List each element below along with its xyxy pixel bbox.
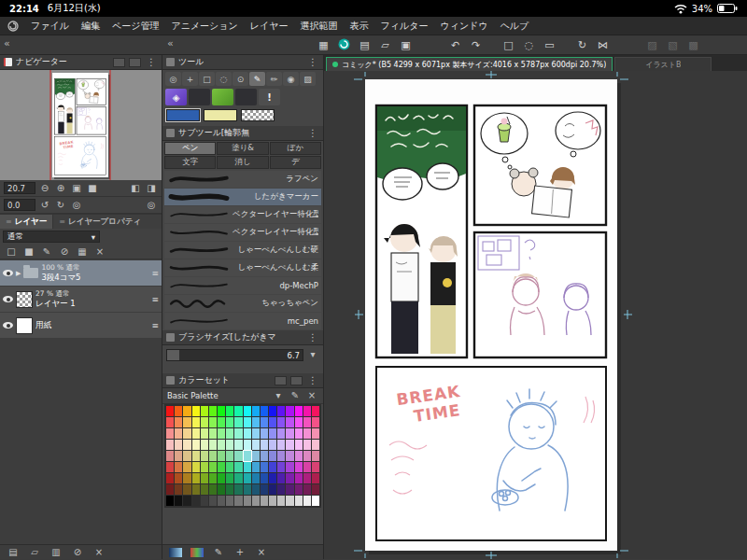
layer-menu-icon[interactable]: ≡ (151, 321, 159, 330)
palette-color-cell[interactable] (312, 451, 319, 461)
layer-visibility-icon[interactable] (3, 270, 13, 276)
navigator-tab-2-icon[interactable] (113, 58, 125, 67)
layer-visibility-icon[interactable] (3, 296, 13, 302)
palette-color-cell[interactable] (252, 451, 260, 461)
brush-item[interactable]: dp-MechP (164, 277, 321, 294)
palette-edit-icon[interactable]: ✎ (289, 391, 302, 400)
selection-tool-icon[interactable]: □ (199, 72, 215, 86)
palette-color-cell[interactable] (183, 473, 190, 483)
palette-color-cell[interactable] (183, 496, 190, 506)
palette-color-cell[interactable] (226, 496, 233, 506)
hue-swatch-icon[interactable] (190, 548, 204, 557)
palette-color-cell[interactable] (286, 440, 293, 450)
layer-mask-create-icon[interactable]: ⊘ (71, 548, 84, 557)
palette-color-cell[interactable] (201, 462, 208, 472)
document-tab-comic[interactable]: コミック* (B5 4299 x 6071px 製本サイズ:4016 x 578… (326, 57, 613, 71)
palette-color-cell[interactable] (192, 473, 200, 483)
palette-color-cell[interactable] (244, 473, 251, 483)
palette-color-cell[interactable] (312, 462, 319, 472)
palette-color-cell[interactable] (166, 406, 174, 416)
add-color-icon[interactable]: + (233, 548, 247, 557)
palette-color-cell[interactable] (183, 484, 190, 495)
palette-color-cell[interactable] (201, 428, 208, 439)
new-layer-icon[interactable]: ▤ (7, 548, 20, 557)
main-color-swatch[interactable] (166, 109, 200, 121)
palette-delete-icon[interactable]: × (305, 391, 318, 400)
palette-color-cell[interactable] (226, 406, 233, 416)
palette-color-cell[interactable] (277, 406, 285, 416)
palette-color-cell[interactable] (303, 451, 311, 461)
palette-color-cell[interactable] (166, 428, 174, 439)
palette-color-cell[interactable] (244, 406, 251, 416)
workspace-grid-icon[interactable]: ▦ (316, 40, 331, 50)
rotate-ccw-icon[interactable]: ↺ (38, 201, 51, 210)
menu-view[interactable]: 表示 (350, 20, 369, 33)
palette-color-cell[interactable] (218, 484, 225, 495)
palette-color-cell[interactable] (286, 462, 293, 472)
crop-icon[interactable]: ▭ (542, 40, 557, 50)
airbrush-tool-icon[interactable]: ▨ (300, 72, 316, 86)
palette-color-cell[interactable] (192, 417, 200, 427)
layer-row[interactable]: 27 % 通常 レイヤー 1 ≡ (0, 287, 162, 312)
menu-animation[interactable]: アニメーション (171, 20, 237, 33)
palette-color-cell[interactable] (192, 484, 200, 495)
palette-color-cell[interactable] (201, 484, 208, 495)
move-tool-icon[interactable]: + (182, 72, 198, 86)
palette-color-cell[interactable] (226, 451, 233, 461)
palette-color-cell[interactable] (234, 496, 242, 506)
palette-color-cell[interactable] (312, 484, 319, 495)
gradient-swatch-icon[interactable] (169, 548, 182, 557)
palette-color-cell[interactable] (209, 417, 217, 427)
brush-size-slider[interactable]: 6.7 (166, 349, 303, 361)
palette-color-cell[interactable] (166, 451, 174, 461)
delete-color-icon[interactable]: × (255, 548, 268, 557)
palette-color-cell[interactable] (175, 451, 182, 461)
ruler-snap-icon[interactable]: ▧ (665, 40, 681, 50)
palette-color-cell[interactable] (183, 406, 190, 416)
brush-item[interactable]: ベクターレイヤー特化型アナログ… (164, 206, 321, 223)
palette-color-cell[interactable] (252, 417, 260, 427)
special-snap-icon[interactable]: ▩ (685, 40, 701, 50)
palette-color-cell[interactable] (277, 496, 285, 506)
palette-color-cell[interactable] (303, 406, 311, 416)
palette-color-cell[interactable] (218, 473, 225, 483)
palette-color-cell[interactable] (277, 473, 285, 483)
palette-color-cell[interactable] (209, 428, 217, 439)
palette-color-cell[interactable] (201, 417, 208, 427)
palette-color-cell[interactable] (234, 440, 242, 450)
palette-color-cell[interactable] (261, 406, 268, 416)
subtool-tab-paint[interactable]: 塗り& (217, 142, 268, 155)
colorset-menu-icon[interactable]: ⋮ (306, 376, 319, 385)
palette-color-cell[interactable] (218, 496, 225, 506)
palette-color-cell[interactable] (269, 451, 276, 461)
special-marker-tool-icon[interactable] (212, 89, 233, 105)
navigator-menu-icon[interactable]: ⋮ (145, 58, 158, 67)
palette-color-cell[interactable] (261, 428, 268, 439)
palette-color-cell[interactable] (286, 473, 293, 483)
palette-color-cell[interactable] (286, 451, 293, 461)
colorset-tab-2-icon[interactable] (275, 376, 287, 385)
palette-color-cell[interactable] (269, 406, 276, 416)
palette-color-cell[interactable] (252, 484, 260, 495)
brush-item[interactable]: しゃーぺんぺんしむ柔 (164, 259, 321, 276)
palette-color-cell[interactable] (166, 462, 174, 472)
palette-color-cell[interactable] (192, 406, 200, 416)
layer-row-folder[interactable]: ▶ 100 % 通常 3段4コマ5 ≡ (0, 260, 162, 286)
palette-color-cell[interactable] (218, 428, 225, 439)
palette-color-cell[interactable] (226, 440, 233, 450)
document-tab-illustration[interactable]: イラストB (614, 57, 712, 71)
delete-layer-icon[interactable]: × (92, 548, 106, 557)
subtool-tab-blur[interactable]: ぼか (270, 142, 321, 155)
palette-color-cell[interactable] (286, 428, 293, 439)
clip-studio-icon[interactable] (336, 38, 352, 52)
subtool-menu-icon[interactable]: ⋮ (306, 129, 319, 138)
pen-tool-icon[interactable]: ✎ (249, 72, 265, 86)
palette-color-cell[interactable] (286, 406, 293, 416)
palette-color-cell[interactable] (286, 417, 293, 427)
palette-color-cell[interactable] (244, 496, 251, 506)
subtool-tab-text[interactable]: 文字 (164, 156, 216, 169)
open-file-icon[interactable]: ▱ (377, 40, 393, 50)
clip-at-layer-icon[interactable]: □ (5, 247, 18, 257)
palette-color-cell[interactable] (234, 473, 242, 483)
palette-color-cell[interactable] (303, 484, 311, 495)
